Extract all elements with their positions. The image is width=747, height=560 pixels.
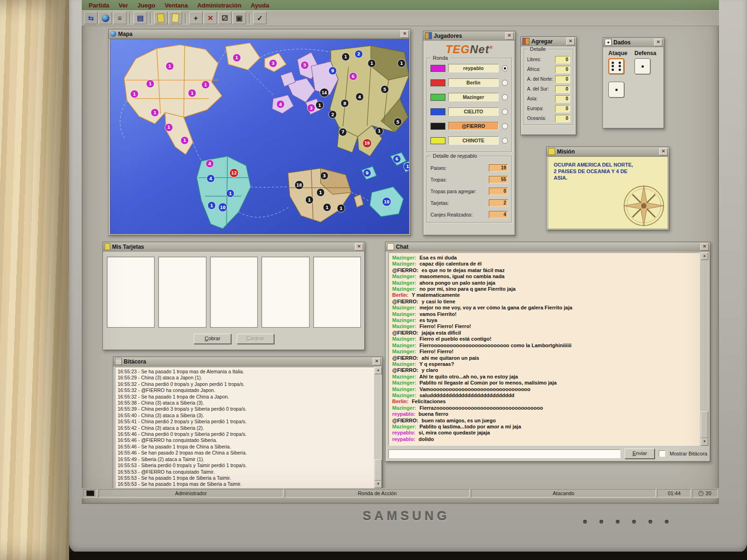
list-button[interactable]: ≡ [113,12,127,24]
attack-die[interactable] [608,58,624,74]
menu-item-ventana[interactable]: Ventana [161,1,192,9]
save-button[interactable]: ▤ [134,12,147,24]
army-marker[interactable]: 10 [218,203,227,212]
close-icon[interactable]: ✕ [505,32,514,40]
enviar-button[interactable]: Enviar [625,448,655,459]
army-marker[interactable]: 3 [307,104,315,112]
player-radio[interactable] [502,80,508,86]
army-marker[interactable]: 1 [226,189,234,197]
menu-item-ayuda[interactable]: Ayuda [247,1,273,9]
army-marker[interactable]: 1 [375,127,383,135]
player-radio[interactable] [502,138,508,144]
scroll-up-icon[interactable]: ▲ [374,367,382,374]
card-slot[interactable] [107,257,155,328]
monitor-buttons[interactable] [583,520,669,524]
player-radio[interactable] [502,123,508,129]
army-marker[interactable]: 1 [316,101,324,109]
scroll-thumb[interactable] [374,459,382,481]
army-marker[interactable]: 1 [165,124,173,132]
army-marker[interactable]: 1 [181,137,189,145]
scroll-down-icon[interactable]: ▼ [374,481,382,488]
map-svg[interactable]: 1111111113594143812115451719126318111144… [110,39,409,234]
dados-titlebar[interactable]: Dados ✕ [603,38,664,47]
army-marker[interactable]: 1 [188,89,196,97]
card-slot[interactable] [210,257,258,328]
bitacora-titlebar[interactable]: Bitácora ✕ [113,357,382,366]
army-marker[interactable]: 1 [342,53,350,61]
chat-input[interactable] [388,449,620,458]
army-marker[interactable]: 1 [368,59,376,67]
close-icon[interactable]: ✕ [659,148,668,155]
mision-titlebar[interactable]: Misión ✕ [547,147,669,156]
army-marker[interactable]: 19 [363,139,372,147]
monitor-button[interactable] [616,520,620,524]
tarjetas-titlebar[interactable]: Mis Tarjetas ✕ [103,242,365,252]
scroll-down-icon[interactable]: ▼ [701,438,708,446]
copy-button[interactable]: ▣ [233,12,246,24]
army-marker[interactable]: 12 [230,168,239,177]
card-slot[interactable] [313,257,361,328]
close-icon[interactable]: ✕ [373,358,381,365]
monitor-button[interactable] [583,520,587,524]
army-marker[interactable]: 3 [320,172,328,180]
log-scrollbar[interactable]: ▲ ▼ [374,367,381,488]
army-marker[interactable]: 1 [305,196,313,204]
army-marker[interactable]: 1 [208,202,216,210]
close-icon[interactable]: ✕ [566,38,575,45]
army-marker[interactable]: 4 [276,100,284,108]
army-marker[interactable]: 2 [355,50,363,58]
army-marker[interactable]: 1 [398,59,406,67]
army-marker[interactable]: 1 [146,80,154,88]
defense-die[interactable] [634,58,650,74]
army-marker[interactable]: 5 [381,85,389,93]
menu-item-partida[interactable]: Partida [85,1,113,9]
close-icon[interactable]: ✕ [700,243,709,251]
army-marker[interactable]: 3 [269,59,277,67]
world-map[interactable]: 1111111113594143812115451719126318111144… [110,39,409,234]
scroll-up-icon[interactable]: ▲ [701,252,708,260]
confirm-button[interactable]: ✓ [253,12,267,24]
army-marker[interactable]: 1 [337,204,345,212]
monitor-button[interactable] [632,520,636,524]
add-troops-button[interactable]: + [189,12,203,24]
army-marker[interactable]: 1 [323,203,331,211]
jugadores-titlebar[interactable]: Jugadores ✕ [423,31,515,41]
army-marker[interactable]: 1 [317,189,324,196]
mostrar-bitacora-checkbox[interactable] [659,450,665,457]
army-marker[interactable]: 14 [320,88,329,97]
mapa-titlebar[interactable]: Mapa ✕ [109,29,410,39]
menu-item-ver[interactable]: Ver [114,1,132,9]
close-icon[interactable]: ✕ [654,39,662,46]
army-marker[interactable]: 1 [130,90,138,98]
army-marker[interactable]: 18 [295,181,303,189]
army-marker[interactable]: 1 [233,54,241,62]
army-marker[interactable]: 1 [202,81,210,89]
army-marker[interactable]: 10 [382,197,391,206]
dice-button[interactable]: ⚂ [218,12,232,24]
army-marker[interactable]: 7 [339,128,347,136]
card-slot[interactable] [261,257,309,328]
cards-button[interactable] [154,12,168,24]
agregar-titlebar[interactable]: Agregar ✕ [521,37,576,46]
navigate-button[interactable]: ⇆ [84,12,98,24]
player-radio[interactable] [502,65,508,71]
close-icon[interactable]: ✕ [401,30,409,38]
army-marker[interactable]: 9 [363,169,371,177]
chat-titlebar[interactable]: Chat ✕ [386,242,710,252]
menu-item-juego[interactable]: Juego [133,1,159,9]
army-marker[interactable]: 1 [151,109,159,117]
chat-scrollbar[interactable]: ▲ ▼ [701,252,707,446]
army-marker[interactable]: 8 [341,99,349,107]
menu-item-administración[interactable]: Administración [193,1,246,9]
player-radio[interactable] [502,94,508,100]
army-marker[interactable]: 6 [349,72,357,80]
attack-button[interactable]: ✕ [204,12,217,24]
globe-button[interactable] [99,12,112,24]
army-marker[interactable]: 9 [329,67,337,75]
card-slot[interactable] [158,257,206,328]
monitor-button[interactable] [665,520,669,524]
monitor-button[interactable] [648,520,652,524]
player-radio[interactable] [502,109,508,115]
chat-messages[interactable]: Mazinger: Esa es mi dudaMazinger: capaz … [388,252,700,446]
army-marker[interactable]: 5 [301,61,309,69]
